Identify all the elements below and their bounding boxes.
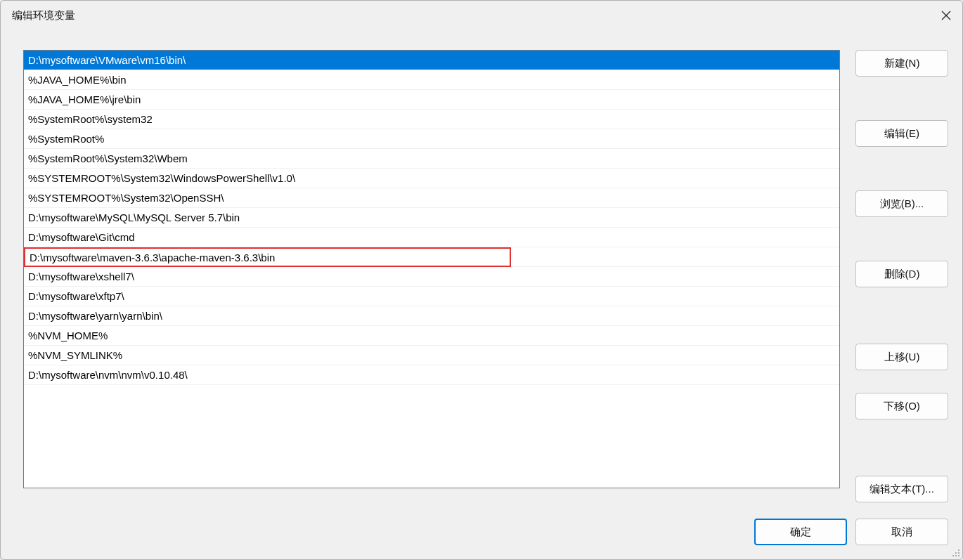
cancel-button[interactable]: 取消 [855,519,948,545]
list-item-highlighted[interactable]: D:\mysoftware\maven-3.6.3\apache-maven-3… [24,247,839,267]
path-list[interactable]: D:\mysoftware\VMware\vm16\bin\%JAVA_HOME… [23,50,840,488]
close-icon [941,11,951,20]
list-area: D:\mysoftware\VMware\vm16\bin\%JAVA_HOME… [23,50,840,504]
delete-button[interactable]: 删除(D) [855,261,948,287]
list-item[interactable]: %SystemRoot%\system32 [24,110,839,129]
list-item[interactable]: %SYSTEMROOT%\System32\WindowsPowerShell\… [24,169,839,188]
spacer [855,85,948,112]
list-item[interactable]: D:\mysoftware\MySQL\MySQL Server 5.7\bin [24,208,839,228]
move-up-button[interactable]: 上移(U) [855,344,948,370]
list-item[interactable]: %NVM_HOME% [24,326,839,346]
sidebar-buttons: 新建(N) 编辑(E) 浏览(B)... 删除(D) 上移(U) 下移(O) 编… [855,50,948,504]
dialog-footer: 确定 取消 [1,513,962,559]
list-item[interactable]: %SYSTEMROOT%\System32\OpenSSH\ [24,188,839,208]
list-item[interactable]: D:\mysoftware\nvm\nvm\v0.10.48\ [24,365,839,385]
edit-button[interactable]: 编辑(E) [855,120,948,147]
spacer [855,155,948,182]
new-button[interactable]: 新建(N) [855,50,948,77]
edit-environment-variable-dialog: 编辑环境变量 D:\mysoftware\VMware\vm16\bin\%JA… [0,0,963,560]
list-item[interactable]: D:\mysoftware\yarn\yarn\bin\ [24,306,839,326]
spacer [855,379,948,384]
list-item[interactable]: %JAVA_HOME%\jre\bin [24,90,839,110]
dialog-title: 编辑环境变量 [12,9,75,22]
list-item[interactable]: D:\mysoftware\xshell7\ [24,267,839,287]
list-item[interactable]: D:\mysoftware\Git\cmd [24,228,839,247]
edit-text-button[interactable]: 编辑文本(T)... [855,476,948,502]
highlight-annotation: D:\mysoftware\maven-3.6.3\apache-maven-3… [24,247,511,267]
spacer [855,226,948,252]
list-item[interactable]: %SystemRoot% [24,129,839,149]
close-button[interactable] [930,1,962,30]
titlebar: 编辑环境变量 [1,1,962,30]
list-item[interactable]: D:\mysoftware\VMware\vm16\bin\ [24,51,839,70]
browse-button[interactable]: 浏览(B)... [855,190,948,217]
list-item[interactable]: %JAVA_HOME%\bin [24,70,839,90]
list-item[interactable]: %SystemRoot%\System32\Wbem [24,149,839,169]
spacer [855,296,948,335]
ok-button[interactable]: 确定 [754,519,847,545]
spacer [855,428,948,467]
list-item[interactable]: %NVM_SYMLINK% [24,346,839,365]
move-down-button[interactable]: 下移(O) [855,393,948,419]
dialog-body: D:\mysoftware\VMware\vm16\bin\%JAVA_HOME… [1,30,962,513]
list-item[interactable]: D:\mysoftware\xftp7\ [24,287,839,306]
